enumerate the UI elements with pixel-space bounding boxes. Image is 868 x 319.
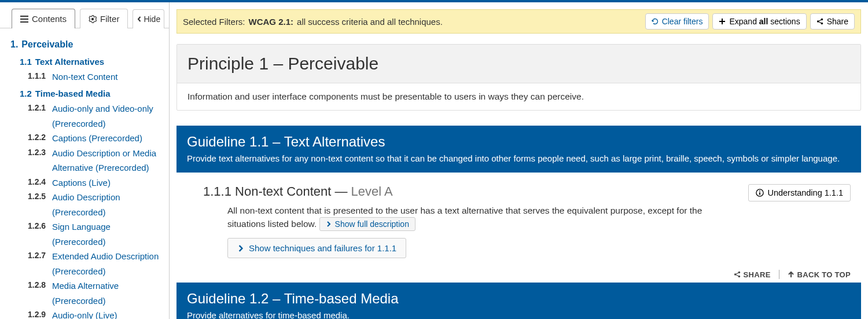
svg-point-9 bbox=[738, 272, 740, 273]
svg-rect-1 bbox=[20, 19, 28, 20]
sc-level: Level A bbox=[351, 184, 393, 199]
svg-rect-0 bbox=[20, 16, 28, 17]
toc-item-1-2-3[interactable]: Audio Description or Media Alternative (… bbox=[52, 146, 164, 175]
chevron-right-icon bbox=[326, 221, 332, 227]
toc-num: 1.2.5 bbox=[28, 190, 49, 204]
share-section-link[interactable]: SHARE bbox=[734, 270, 771, 279]
sidebar-tabs: Contents Filter Hide bbox=[0, 2, 169, 28]
refresh-icon bbox=[652, 18, 659, 25]
toc-item-1-1[interactable]: 1.1Text Alternatives bbox=[20, 57, 104, 67]
toc-item-perceivable[interactable]: 1.Perceivable bbox=[10, 39, 73, 49]
expand-all-button[interactable]: Expand all sections bbox=[712, 13, 806, 30]
toc-item-1-2[interactable]: 1.2Time-based Media bbox=[20, 89, 111, 98]
guideline-body: Provide alternatives for time-based medi… bbox=[187, 310, 851, 319]
hide-label: Hide bbox=[144, 14, 160, 24]
filter-bar: Selected Filters: WCAG 2.1: all success … bbox=[176, 9, 861, 34]
guideline-title: Guideline 1.2 – Time-based Media bbox=[187, 291, 851, 307]
toc-num: 1.2.7 bbox=[28, 249, 49, 263]
tab-filter[interactable]: Filter bbox=[80, 9, 128, 28]
toc-item-1-2-5[interactable]: Audio Description (Prerecorded) bbox=[52, 190, 164, 219]
toc-item-1-2-7[interactable]: Extended Audio Description (Prerecorded) bbox=[52, 249, 164, 278]
list-icon bbox=[20, 15, 28, 23]
toc-num: 1.2.9 bbox=[28, 308, 49, 319]
tab-contents[interactable]: Contents bbox=[12, 9, 75, 28]
arrow-up-icon bbox=[788, 271, 795, 278]
sc-title: 1.1.1 Non-text Content — Level A bbox=[203, 184, 737, 199]
toc-item-1-2-9[interactable]: Audio-only (Live) bbox=[52, 308, 117, 319]
toc-num: 1.2.2 bbox=[28, 131, 49, 145]
guideline-body: Provide text alternatives for any non-te… bbox=[187, 153, 851, 163]
guideline-1-1-header: Guideline 1.1 – Text Alternatives Provid… bbox=[176, 126, 861, 173]
principle-title: Principle 1 – Perceivable bbox=[187, 54, 850, 74]
toc-num: 1.1.1 bbox=[28, 69, 49, 83]
chevron-right-icon bbox=[237, 245, 244, 252]
tab-filter-label: Filter bbox=[100, 14, 119, 24]
chevron-left-icon bbox=[137, 16, 142, 22]
guideline-1-2-header: Guideline 1.2 – Time-based Media Provide… bbox=[176, 283, 861, 319]
sc-description: All non-text content that is presented t… bbox=[227, 204, 737, 231]
share-button[interactable]: Share bbox=[810, 13, 855, 30]
share-icon bbox=[816, 18, 823, 25]
svg-rect-8 bbox=[760, 192, 761, 195]
svg-rect-2 bbox=[20, 21, 28, 23]
toc-item-1-2-1[interactable]: Audio-only and Video-only (Prerecorded) bbox=[52, 101, 164, 131]
table-of-contents[interactable]: 1.Perceivable 1.1Text Alternatives 1.1.1… bbox=[0, 28, 169, 319]
show-techniques-button[interactable]: Show techniques and failures for 1.1.1 bbox=[227, 238, 406, 258]
toc-num: 1.2.1 bbox=[28, 101, 49, 115]
toc-item-1-2-8[interactable]: Media Alternative (Prerecorded) bbox=[52, 278, 164, 308]
principle-box: Principle 1 – Perceivable Information an… bbox=[176, 44, 861, 111]
info-icon bbox=[756, 189, 764, 197]
toc-num: 1.2.8 bbox=[28, 278, 49, 292]
filter-version: WCAG 2.1: bbox=[249, 17, 294, 27]
toc-item-1-1-1[interactable]: Non-text Content bbox=[52, 69, 117, 85]
guideline-title: Guideline 1.1 – Text Alternatives bbox=[187, 134, 851, 150]
back-to-top-link[interactable]: BACK TO TOP bbox=[788, 270, 851, 279]
principle-header: Principle 1 – Perceivable bbox=[177, 45, 860, 83]
tab-contents-label: Contents bbox=[32, 14, 67, 24]
section-meta-row: SHARE BACK TO TOP bbox=[176, 264, 861, 283]
toc-item-1-2-2[interactable]: Captions (Prerecorded) bbox=[52, 131, 142, 146]
svg-point-4 bbox=[816, 20, 818, 22]
svg-point-3 bbox=[821, 19, 822, 20]
principle-body: Information and user interface component… bbox=[177, 83, 860, 110]
svg-point-7 bbox=[760, 190, 761, 192]
toc-num: 1.2.6 bbox=[28, 219, 49, 233]
plus-icon bbox=[719, 18, 726, 25]
toc-num: 1.2.4 bbox=[28, 175, 49, 189]
sc-1-1-1: 1.1.1 Non-text Content — Level A All non… bbox=[176, 173, 861, 264]
toc-item-1-2-4[interactable]: Captions (Live) bbox=[52, 175, 111, 190]
clear-filters-button[interactable]: Clear filters bbox=[645, 13, 709, 30]
svg-point-10 bbox=[734, 274, 735, 276]
separator bbox=[779, 270, 779, 279]
svg-point-11 bbox=[738, 276, 740, 277]
share-icon bbox=[734, 271, 741, 278]
toc-item-1-2-6[interactable]: Sign Language (Prerecorded) bbox=[52, 219, 164, 249]
filter-rest: all success criteria and all techniques. bbox=[297, 17, 443, 27]
sidebar: Contents Filter Hide 1.Perceivable 1.1Te… bbox=[0, 2, 170, 319]
filter-prefix: Selected Filters: bbox=[183, 17, 245, 27]
svg-point-5 bbox=[821, 23, 822, 24]
show-full-description-button[interactable]: Show full description bbox=[319, 217, 415, 231]
hide-sidebar-button[interactable]: Hide bbox=[133, 9, 164, 28]
understanding-button[interactable]: Understanding 1.1.1 bbox=[748, 184, 851, 201]
gear-icon bbox=[89, 15, 97, 23]
main-content: Selected Filters: WCAG 2.1: all success … bbox=[170, 2, 868, 319]
toc-num: 1.2.3 bbox=[28, 146, 49, 160]
